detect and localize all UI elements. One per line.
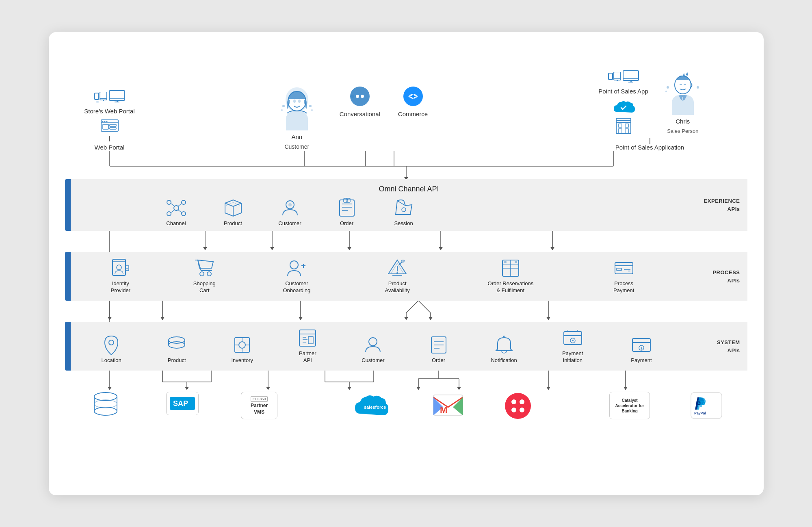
svg-point-19 [293, 100, 296, 103]
svg-point-108 [515, 261, 517, 263]
session-exp-label: Session [394, 220, 413, 227]
svg-rect-11 [103, 124, 108, 129]
partner-api-icon [297, 327, 318, 349]
svg-marker-168 [185, 387, 189, 390]
svg-text:P: P [700, 400, 705, 409]
order-reservations-item: Order Reservations& Fulfilment [448, 258, 574, 294]
partner-api-label: PartnerAPI [299, 350, 316, 364]
process-band-content: IdentityProvider ShoppingCart [71, 252, 747, 301]
svg-point-199 [511, 408, 516, 412]
notification-label: Notification [491, 357, 517, 364]
commerce-icon [403, 86, 424, 107]
svg-marker-126 [429, 317, 433, 320]
channels-group: Conversational Commerce [340, 86, 428, 118]
svg-rect-5 [109, 91, 125, 100]
experience-items-row: Channel Product [79, 197, 739, 227]
top-left-group: Store's Web Portal Web Portal [65, 90, 154, 151]
experience-band-bar [65, 179, 71, 231]
svg-rect-35 [623, 71, 639, 80]
svg-point-24 [311, 109, 313, 111]
svg-rect-145 [308, 336, 313, 344]
identity-provider-item: IdentityProvider [79, 258, 162, 294]
svg-point-189 [94, 407, 117, 415]
product-exp-api-item: Product [217, 197, 249, 227]
svg-marker-175 [347, 387, 351, 390]
svg-point-61 [174, 206, 179, 210]
svg-point-65 [182, 212, 186, 216]
system-band-content: Location Product [71, 322, 747, 371]
pos-mobile-icon [608, 72, 621, 82]
shopping-cart-item: ShoppingCart [162, 258, 246, 294]
svg-marker-181 [457, 387, 461, 390]
system-band-label: SYSTEM APIs [717, 338, 740, 354]
partner-vms-label: Partner [251, 403, 268, 408]
svg-point-107 [504, 261, 507, 263]
svg-line-121 [406, 301, 418, 313]
svg-line-122 [418, 301, 431, 313]
chris-name: Chris [676, 117, 690, 126]
svg-point-78 [402, 208, 406, 212]
chris-persona: Chris Sales Person [665, 70, 701, 134]
svg-point-198 [520, 399, 524, 404]
svg-point-196 [505, 393, 531, 419]
svg-marker-118 [160, 317, 165, 320]
twilio-backend [483, 392, 553, 420]
payment-initiation-item: PaymentInitiation [537, 327, 608, 364]
svg-point-135 [239, 342, 245, 348]
sap-backend: SAP [141, 392, 225, 415]
proc-to-sys-arrows [65, 301, 747, 322]
svg-point-131 [169, 342, 185, 348]
svg-marker-170 [266, 387, 270, 390]
devices-icons [94, 90, 125, 102]
experience-band-title: Omni Channel API [79, 185, 739, 193]
top-right-group: Point of Sales App [552, 70, 747, 150]
monitor-icon [109, 90, 125, 102]
svg-point-50 [665, 91, 667, 92]
process-band-bar [65, 252, 71, 301]
sys-to-back-svg [65, 371, 747, 392]
svg-point-94 [200, 272, 204, 276]
svg-line-68 [171, 210, 174, 213]
svg-point-16 [106, 121, 107, 122]
order-reservations-label: Order Reservations& Fulfilment [488, 280, 534, 294]
product-exp-label: Product [224, 220, 242, 227]
diagram-container: Store's Web Portal Web Portal [49, 32, 764, 495]
commerce-label: Commerce [398, 110, 428, 118]
customer-sys-icon [362, 334, 383, 356]
customer-onboarding-item: CustomerOnboarding [246, 258, 347, 294]
svg-text:salesforce: salesforce [364, 405, 386, 410]
chris-avatar [665, 70, 701, 115]
order-sys-item: Order [406, 334, 471, 364]
order-sys-label: Order [432, 357, 445, 364]
process-payment-label: ProcessPayment [613, 280, 634, 294]
customer-sys-item: Customer [340, 334, 406, 364]
conversational-icon [349, 86, 370, 107]
ann-name: Ann [291, 133, 302, 141]
salesforce-logo-top [612, 99, 635, 115]
payment-initiation-icon [562, 327, 583, 349]
svg-line-66 [171, 204, 174, 206]
svg-point-72 [288, 203, 292, 206]
gmail-backend: M [413, 392, 483, 416]
svg-point-96 [290, 261, 298, 269]
process-payment-item: ProcessPayment [574, 258, 674, 294]
customer-exp-api-item: Customer [274, 197, 306, 227]
top-connectors [65, 151, 747, 179]
svg-point-92 [117, 265, 121, 270]
catalyst-backend: Catalyst Accelerator for Banking [588, 392, 672, 419]
svg-point-146 [369, 338, 377, 346]
svg-point-21 [282, 105, 285, 107]
web-portal-icon [101, 119, 119, 134]
order-exp-api-item: Order [331, 197, 363, 227]
product-sys-label: Product [168, 357, 186, 364]
experience-band-content: Omni Channel API Channel [71, 179, 747, 231]
svg-point-14 [102, 121, 103, 122]
svg-rect-111 [617, 268, 621, 271]
svg-point-27 [361, 95, 364, 98]
pos-app-label: Point of Sales App [598, 87, 648, 95]
top-section: Store's Web Portal Web Portal [65, 45, 747, 151]
product-exp-icon [223, 197, 244, 219]
product-sys-item: Product [144, 334, 210, 364]
svg-rect-41 [619, 124, 622, 127]
exp-to-proc-svg [65, 231, 747, 252]
